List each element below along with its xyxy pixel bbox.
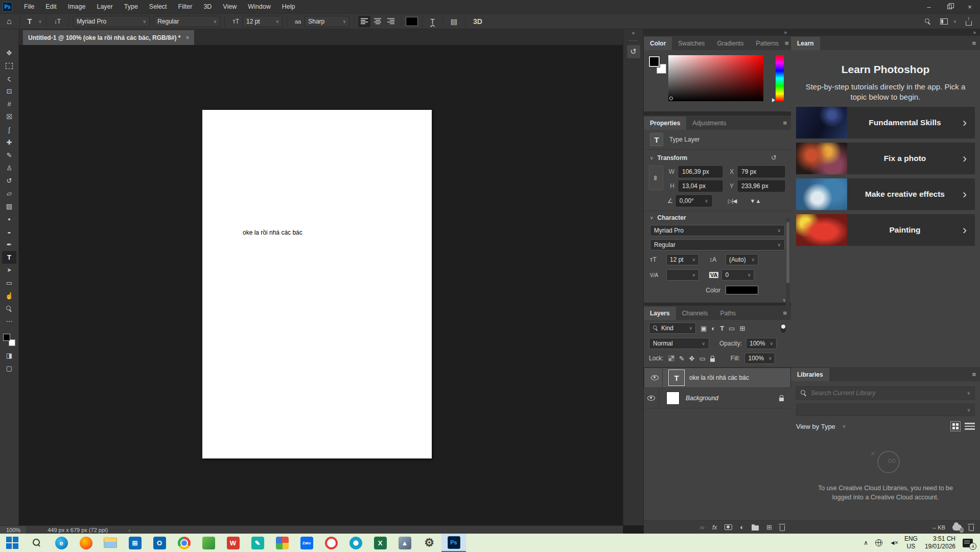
taskbar-app-teal-circle[interactable] [343,534,368,552]
layer-style-icon[interactable]: fx [712,524,717,531]
view-by-chevron-icon[interactable]: ∨ [839,424,846,429]
workspace-icon[interactable] [940,18,948,25]
leading-select[interactable]: (Auto)∨ [726,254,758,265]
menu-file[interactable]: File [18,3,40,10]
workspace-chevron-icon[interactable]: ∨ [950,19,956,24]
tab-libraries[interactable]: Libraries [791,368,829,381]
taskbar-search-button[interactable] [25,534,49,552]
taskbar-app-file-explorer[interactable] [98,534,123,552]
layers-panel-menu-icon[interactable]: ≡ [783,309,787,317]
width-field[interactable]: 106,39 px [679,166,722,177]
filter-type-layers-icon[interactable]: T [720,325,724,332]
crop-tool[interactable]: # [2,98,16,110]
text-orientation-icon[interactable]: ↓T [51,18,64,25]
layer-name[interactable]: oke la rồi nhá các bác [689,374,749,381]
layer-filter-kind-select[interactable]: Kind∨ [649,323,696,334]
menu-select[interactable]: Select [144,3,173,10]
filter-adjustment-layers-icon[interactable]: ◐ [711,325,715,332]
taskbar-app-red-w[interactable]: W [221,534,245,552]
menu-filter[interactable]: Filter [173,3,198,10]
tab-close-icon[interactable]: × [185,34,189,41]
flip-vertical-icon[interactable]: ▼▲ [750,198,761,204]
fill-select[interactable]: 100%∨ [744,353,775,364]
foreground-background-swatches[interactable] [3,334,15,346]
layer-row-text[interactable]: T oke la rồi nhá các bác [644,367,791,388]
rectangle-tool[interactable]: ▭ [2,277,16,289]
pen-tool[interactable]: ✒ [2,238,16,251]
edit-toolbar-button[interactable]: ⋯ [2,315,16,328]
foreground-color-swatch[interactable] [3,334,10,341]
quick-mask-button[interactable]: ◨ [2,349,16,362]
height-field[interactable]: 13,04 px [679,180,722,192]
taskbar-app-green[interactable] [196,534,221,552]
new-group-icon[interactable] [752,525,759,531]
menu-window[interactable]: Window [242,3,276,10]
blend-mode-select[interactable]: Normal∨ [649,338,709,349]
filter-toggle[interactable] [781,324,786,333]
transform-reset-icon[interactable]: ↺ [771,154,777,162]
list-view-icon[interactable] [965,421,975,431]
menu-help[interactable]: Help [276,3,301,10]
menu-layer[interactable]: Layer [91,3,118,10]
learn-card-fix-a-photo[interactable]: Fix a photo › [796,143,975,174]
opacity-select[interactable]: 100%∨ [746,338,777,349]
layer-row-background[interactable]: Background [644,388,791,408]
notification-center-icon[interactable]: 4 [963,539,973,547]
canvas-area[interactable]: oke la rồi nhá các bác [19,45,623,525]
taskbar-app-photos[interactable]: ▲ [392,534,417,552]
expand-dock-icon[interactable]: « [623,29,643,36]
language-indicator[interactable]: ENGUS [904,535,918,550]
warp-text-icon[interactable]: T [427,17,438,26]
menu-edit[interactable]: Edit [40,3,62,10]
blur-tool[interactable]: ● [2,213,16,225]
lock-transparency-icon[interactable] [668,355,674,361]
dodge-tool[interactable]: ◒ [2,225,16,238]
character-color-swatch[interactable] [726,286,758,294]
close-button[interactable]: × [960,0,980,13]
path-selection-tool[interactable]: ➤ [2,264,16,277]
tab-color[interactable]: Color [644,37,672,50]
delete-library-item-icon[interactable] [969,525,974,531]
collapse-dock2-icon[interactable]: » [791,29,980,36]
character-font-select[interactable]: Myriad Pro∨ [650,225,785,236]
tab-layers[interactable]: Layers [644,307,676,320]
taskbar-app-store[interactable]: ⊞ [123,534,147,552]
zoom-level[interactable]: 100% [0,526,27,534]
taskbar-app-settings[interactable]: ⚙ [417,534,441,552]
angle-field[interactable]: 0,00°∨ [676,195,712,206]
link-layers-icon[interactable]: ∞ [700,523,705,531]
layer-visibility-toggle[interactable] [644,388,659,408]
libraries-search-input[interactable] [811,389,960,397]
add-mask-icon[interactable] [725,524,732,530]
eraser-tool[interactable]: ▱ [2,187,16,200]
filter-pixel-layers-icon[interactable]: ▣ [701,325,707,332]
canvas-text[interactable]: oke la rồi nhá các bác [243,229,302,236]
new-layer-icon[interactable]: ⊞ [766,523,772,531]
home-icon[interactable]: ⌂ [3,17,15,26]
toggle-panels-icon[interactable]: ▤ [447,17,461,26]
move-tool[interactable]: ✥ [2,47,16,59]
saturation-brightness-field[interactable] [668,55,763,101]
start-button[interactable] [0,534,25,552]
brush-tool[interactable]: ✎ [2,149,16,162]
clock[interactable]: 3:51 CH19/01/2026 [925,535,955,550]
hue-slider-handle[interactable] [772,98,775,102]
cloud-sync-error-icon[interactable] [952,524,962,531]
object-selection-tool[interactable]: ⊡ [2,85,16,98]
3d-button[interactable]: 3D [470,17,486,26]
tray-chevron-up-icon[interactable]: ∧ [864,539,868,546]
tab-learn[interactable]: Learn [791,37,820,50]
text-color-swatch[interactable] [406,17,418,26]
taskbar-app-red-circle[interactable] [319,534,343,552]
healing-brush-tool[interactable]: ✚ [2,136,16,149]
zoom-tool[interactable] [2,302,16,315]
clone-stamp-tool[interactable]: ♙ [2,162,16,174]
anti-alias-select[interactable]: Sharp∨ [305,16,349,27]
link-dimensions-icon[interactable]: ∞ [649,166,663,190]
lock-pixels-icon[interactable]: ✎ [679,355,685,362]
tab-adjustments[interactable]: Adjustments [686,117,732,130]
history-panel-icon[interactable]: ↺ [627,45,640,58]
align-left-button[interactable] [358,16,370,27]
marquee-tool[interactable] [2,59,16,72]
font-family-select[interactable]: Myriad Pro∨ [73,16,150,27]
